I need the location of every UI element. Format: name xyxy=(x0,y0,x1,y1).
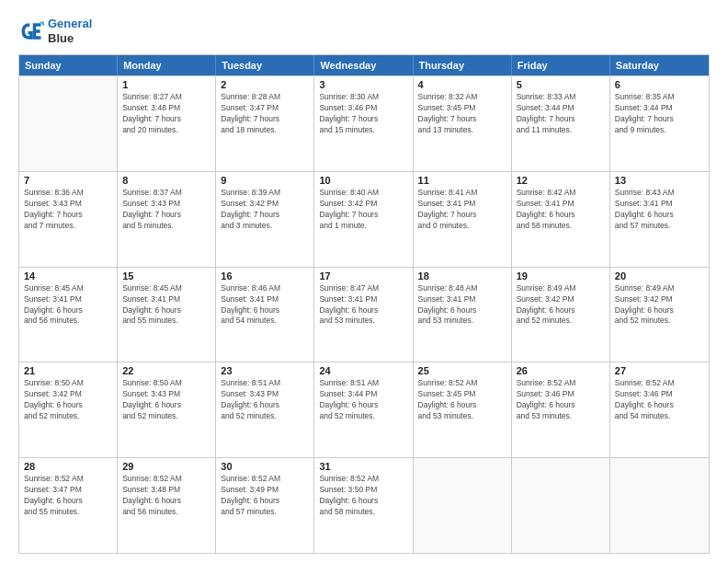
day-header-tuesday: Tuesday xyxy=(216,55,314,75)
cell-info-line: and 0 minutes. xyxy=(418,221,506,232)
day-number: 22 xyxy=(122,365,210,376)
day-number: 3 xyxy=(319,79,407,90)
cell-info-line: Daylight: 6 hours xyxy=(221,400,309,411)
cell-info-line: Sunset: 3:43 PM xyxy=(122,199,210,210)
cell-info-line: Sunrise: 8:52 AM xyxy=(418,378,506,389)
cell-info-line: Sunrise: 8:28 AM xyxy=(221,92,309,103)
cell-info-line: Daylight: 6 hours xyxy=(615,305,704,316)
day-number: 13 xyxy=(615,175,704,186)
calendar-cell: 28Sunrise: 8:52 AMSunset: 3:47 PMDayligh… xyxy=(19,458,118,553)
cell-info-line: Sunrise: 8:45 AM xyxy=(24,283,112,294)
calendar-cell: 17Sunrise: 8:47 AMSunset: 3:41 PMDayligh… xyxy=(314,268,413,362)
cell-info-line: Daylight: 7 hours xyxy=(221,114,309,125)
cell-info-line: Daylight: 6 hours xyxy=(615,400,704,411)
cell-info-line: Daylight: 6 hours xyxy=(615,210,704,221)
cell-info-line: Sunrise: 8:47 AM xyxy=(319,283,407,294)
logo-icon xyxy=(18,18,44,44)
cell-info-line: Sunrise: 8:46 AM xyxy=(221,283,309,294)
cell-info-line: Sunrise: 8:52 AM xyxy=(615,378,704,389)
cell-info-line: Daylight: 7 hours xyxy=(24,210,112,221)
day-number: 5 xyxy=(517,79,605,90)
day-number: 9 xyxy=(221,175,309,186)
day-number: 30 xyxy=(221,461,309,472)
cell-info-line: Daylight: 6 hours xyxy=(122,305,210,316)
day-number: 20 xyxy=(615,270,704,282)
calendar-cell: 20Sunrise: 8:49 AMSunset: 3:42 PMDayligh… xyxy=(610,268,709,362)
calendar-cell: 6Sunrise: 8:35 AMSunset: 3:44 PMDaylight… xyxy=(610,76,709,171)
calendar-cell: 2Sunrise: 8:28 AMSunset: 3:47 PMDaylight… xyxy=(216,76,314,171)
cell-info-line: Sunset: 3:41 PM xyxy=(221,294,309,305)
cell-info-line: Daylight: 7 hours xyxy=(615,114,704,125)
day-number: 10 xyxy=(319,175,407,186)
cell-info-line: Daylight: 6 hours xyxy=(418,305,506,316)
day-number: 18 xyxy=(418,270,506,282)
day-number: 31 xyxy=(319,461,407,472)
cell-info-line: Sunrise: 8:49 AM xyxy=(615,283,704,294)
calendar-cell: 7Sunrise: 8:36 AMSunset: 3:43 PMDaylight… xyxy=(19,172,118,267)
cell-info-line: Sunset: 3:47 PM xyxy=(24,485,112,496)
cell-info-line: Sunrise: 8:39 AM xyxy=(221,188,309,199)
cell-info-line: Daylight: 6 hours xyxy=(24,496,112,507)
cell-info-line: Sunset: 3:45 PM xyxy=(418,389,506,400)
day-number: 2 xyxy=(221,79,309,90)
day-number: 11 xyxy=(418,175,506,186)
day-number: 4 xyxy=(418,79,506,90)
day-number: 17 xyxy=(319,270,407,282)
calendar-row-2: 14Sunrise: 8:45 AMSunset: 3:41 PMDayligh… xyxy=(19,267,709,362)
cell-info-line: and 5 minutes. xyxy=(122,221,210,232)
cell-info-line: Sunrise: 8:41 AM xyxy=(418,188,506,199)
calendar-cell: 4Sunrise: 8:32 AMSunset: 3:45 PMDaylight… xyxy=(414,76,512,171)
cell-info-line: Sunrise: 8:52 AM xyxy=(517,378,605,389)
cell-info-line: and 52 minutes. xyxy=(221,411,309,422)
cell-info-line: Sunrise: 8:30 AM xyxy=(319,92,407,103)
cell-info-line: and 55 minutes. xyxy=(24,507,112,518)
logo-text: General Blue xyxy=(48,17,92,45)
cell-info-line: Sunset: 3:41 PM xyxy=(24,294,112,305)
cell-info-line: and 57 minutes. xyxy=(615,221,704,232)
cell-info-line: and 52 minutes. xyxy=(615,316,704,327)
cell-info-line: Sunset: 3:42 PM xyxy=(221,199,309,210)
cell-info-line: Sunrise: 8:37 AM xyxy=(122,188,210,199)
cell-info-line: Sunrise: 8:45 AM xyxy=(122,283,210,294)
cell-info-line: Sunrise: 8:52 AM xyxy=(221,474,309,485)
cell-info-line: Sunset: 3:42 PM xyxy=(319,199,407,210)
cell-info-line: Daylight: 7 hours xyxy=(418,114,506,125)
logo: General Blue xyxy=(18,17,92,45)
cell-info-line: and 55 minutes. xyxy=(122,316,210,327)
cell-info-line: Sunrise: 8:27 AM xyxy=(122,92,210,103)
cell-info-line: Daylight: 6 hours xyxy=(319,400,407,411)
day-header-wednesday: Wednesday xyxy=(314,55,413,75)
cell-info-line: Sunset: 3:41 PM xyxy=(615,199,704,210)
cell-info-line: and 56 minutes. xyxy=(122,507,210,518)
cell-info-line: Sunset: 3:48 PM xyxy=(122,103,210,114)
cell-info-line: Daylight: 6 hours xyxy=(517,210,605,221)
day-number: 14 xyxy=(24,270,112,282)
day-number: 8 xyxy=(122,175,210,186)
calendar-cell: 30Sunrise: 8:52 AMSunset: 3:49 PMDayligh… xyxy=(216,458,314,553)
calendar-cell: 11Sunrise: 8:41 AMSunset: 3:41 PMDayligh… xyxy=(414,172,512,267)
day-header-thursday: Thursday xyxy=(414,55,512,75)
cell-info-line: Daylight: 6 hours xyxy=(122,400,210,411)
cell-info-line: and 52 minutes. xyxy=(122,411,210,422)
cell-info-line: Sunrise: 8:33 AM xyxy=(517,92,605,103)
day-number: 24 xyxy=(319,365,407,376)
cell-info-line: and 52 minutes. xyxy=(319,411,407,422)
calendar-cell: 18Sunrise: 8:48 AMSunset: 3:41 PMDayligh… xyxy=(414,268,512,362)
calendar-cell xyxy=(512,458,610,553)
cell-info-line: Sunset: 3:44 PM xyxy=(517,103,605,114)
cell-info-line: Sunset: 3:43 PM xyxy=(24,199,112,210)
day-number: 19 xyxy=(517,270,605,282)
cell-info-line: Sunset: 3:42 PM xyxy=(24,389,112,400)
cell-info-line: Sunset: 3:44 PM xyxy=(319,389,407,400)
cell-info-line: and 54 minutes. xyxy=(221,316,309,327)
calendar-cell: 1Sunrise: 8:27 AMSunset: 3:48 PMDaylight… xyxy=(118,76,216,171)
cell-info-line: and 53 minutes. xyxy=(418,316,506,327)
cell-info-line: Sunset: 3:41 PM xyxy=(122,294,210,305)
day-number: 27 xyxy=(615,365,704,376)
day-header-saturday: Saturday xyxy=(610,55,709,75)
calendar-header: SundayMondayTuesdayWednesdayThursdayFrid… xyxy=(19,55,709,75)
page: General Blue SundayMondayTuesdayWednesda… xyxy=(0,0,728,563)
calendar-cell: 22Sunrise: 8:50 AMSunset: 3:43 PMDayligh… xyxy=(118,362,216,457)
cell-info-line: Sunrise: 8:52 AM xyxy=(122,474,210,485)
cell-info-line: and 1 minute. xyxy=(319,221,407,232)
